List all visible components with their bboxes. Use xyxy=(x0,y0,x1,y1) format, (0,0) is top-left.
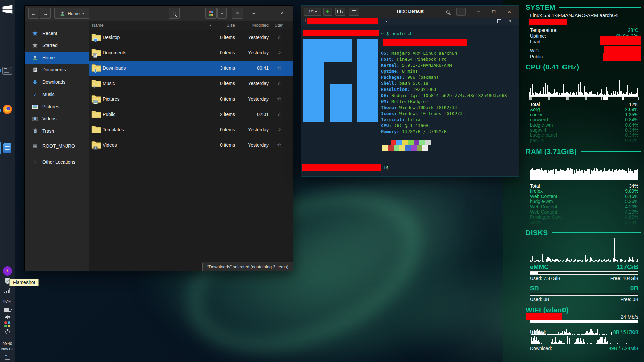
avatar-icon xyxy=(60,11,65,16)
workspace-icon xyxy=(5,355,10,360)
chevron-down-icon: ▾ xyxy=(82,12,84,15)
star-toggle-icon[interactable]: ☆ xyxy=(277,34,281,40)
clock-time[interactable]: 09:40 xyxy=(0,341,15,346)
neofetch-value: Windows10Dark [GTK2/3] xyxy=(397,105,457,110)
minimize-button[interactable]: − xyxy=(477,9,480,14)
palette-swatch xyxy=(388,145,394,151)
dock-files-button[interactable] xyxy=(0,143,15,154)
maximize-button[interactable]: □ xyxy=(492,9,495,14)
firefox-icon xyxy=(3,105,12,114)
file-row-public[interactable]: Public2 items02:01☆ xyxy=(89,107,293,122)
file-name: Public xyxy=(103,112,115,117)
file-row-music[interactable]: ♪Music0 itemsYesterday☆ xyxy=(89,76,293,92)
graph-bar xyxy=(542,254,543,261)
tray-apps-button[interactable] xyxy=(0,321,15,328)
power-icon xyxy=(5,328,10,334)
terminal-content[interactable]: ~]$ neofetch OS: Manjaro ARM Linux aarch… xyxy=(301,25,519,176)
neofetch-value: tilix xyxy=(405,117,420,122)
column-size[interactable]: Size xyxy=(227,23,235,28)
graph-bar xyxy=(607,341,608,344)
sidebar-item-label: Videos xyxy=(42,116,57,121)
sidebar-item-pictures[interactable]: Pictures xyxy=(25,101,89,113)
process-name: budgie-wm xyxy=(530,199,553,204)
file-modified: Yesterday xyxy=(248,142,269,148)
tray-volume-button[interactable] xyxy=(0,314,15,320)
terminal-search-button[interactable] xyxy=(443,8,453,16)
downloads-emblem-icon xyxy=(93,69,98,73)
redacted-prompt xyxy=(302,164,381,171)
disk-io-graph xyxy=(530,236,638,262)
tray-network-button[interactable] xyxy=(0,287,15,294)
process-name: Web Content xyxy=(530,209,557,215)
column-modified[interactable]: Modified xyxy=(252,23,269,28)
tab-number: 1 xyxy=(304,19,306,23)
drive-usage-fill xyxy=(530,272,538,274)
column-name[interactable]: Name xyxy=(92,23,104,28)
cpu-section-title: CPU (0.41 GHz) xyxy=(526,63,641,71)
close-button[interactable]: × xyxy=(280,11,283,16)
file-row-downloads[interactable]: Downloads3 items00:41☆ xyxy=(89,61,293,76)
forward-button[interactable]: → xyxy=(40,8,51,19)
search-button[interactable] xyxy=(169,8,180,19)
maximize-button[interactable]: □ xyxy=(265,11,268,16)
sidebar-item-recent[interactable]: Recent xyxy=(25,27,89,39)
process-value: 0.84% xyxy=(625,117,638,122)
location-chip[interactable]: Home ▾ xyxy=(54,8,89,19)
tray-flameshot-button[interactable] xyxy=(0,266,15,276)
close-button[interactable]: × xyxy=(508,9,511,14)
view-grid-button[interactable] xyxy=(205,8,217,19)
file-row-documents[interactable]: Documents0 itemsYesterday☆ xyxy=(89,45,293,61)
view-options-button[interactable]: ▾ xyxy=(217,8,227,19)
star-toggle-icon[interactable]: ☆ xyxy=(277,111,281,117)
sidebar-item-trash[interactable]: Trash xyxy=(25,125,89,137)
column-star[interactable]: Star xyxy=(275,23,283,28)
redacted-ssid xyxy=(526,313,562,320)
file-row-templates[interactable]: Templates0 itemsYesterday☆ xyxy=(89,122,293,138)
sidebar-item-documents[interactable]: Documents xyxy=(25,64,89,76)
cpu-history-graph xyxy=(529,75,638,97)
pane-maximize-icon[interactable] xyxy=(497,19,501,24)
star-toggle-icon[interactable]: ☆ xyxy=(277,142,281,148)
process-value: 0.34% xyxy=(625,132,638,138)
star-toggle-icon[interactable]: ☆ xyxy=(277,127,281,133)
clock-date[interactable]: Nov 02 xyxy=(0,347,15,351)
graph-bar xyxy=(597,329,598,335)
sidebar-item-downloads[interactable]: Downloads xyxy=(25,76,89,88)
sidebar-item-home[interactable]: Home xyxy=(25,52,89,64)
neofetch-label: Host: xyxy=(381,57,394,62)
workspace-switcher[interactable] xyxy=(0,354,15,360)
file-row-desktop[interactable]: Desktop0 itemsYesterday☆ xyxy=(89,30,293,45)
file-row-pictures[interactable]: Pictures0 itemsYesterday☆ xyxy=(89,92,293,107)
power-button[interactable] xyxy=(0,328,15,335)
terminal-menu-button[interactable]: ≡ xyxy=(456,8,466,16)
pane-close-icon[interactable]: × xyxy=(508,18,511,23)
fm-toolbar: ← → Home ▾ ▾ ≡ − □ × xyxy=(25,6,293,21)
neofetch-label: CPU: xyxy=(381,123,391,128)
sidebar-item-starred[interactable]: Starred xyxy=(25,39,89,51)
star-toggle-icon[interactable]: ☆ xyxy=(277,80,281,86)
manjaro-logo xyxy=(357,39,378,122)
sidebar-item-music[interactable]: ♪Music xyxy=(25,88,89,100)
dock-firefox-button[interactable] xyxy=(0,104,15,115)
process-value: 12% xyxy=(629,102,638,107)
sidebar-item-videos[interactable]: Videos xyxy=(25,113,89,125)
star-toggle-icon[interactable]: ☆ xyxy=(277,50,281,56)
menu-hamburger-button[interactable]: ≡ xyxy=(232,8,243,19)
ram-section-title: RAM (3.71GiB) xyxy=(526,147,641,156)
process-name: budgie-wm xyxy=(530,122,553,128)
minimize-button[interactable]: − xyxy=(252,11,255,16)
star-toggle-icon[interactable]: ☆ xyxy=(277,96,281,102)
back-button[interactable]: ← xyxy=(28,8,39,19)
sidebar-item-other-locations[interactable]: +Other Locations xyxy=(25,156,89,168)
fm-status-bar: “Downloads” selected (containing 3 items… xyxy=(202,262,293,271)
documents-icon xyxy=(32,66,38,73)
sidebar-item-root-mnjro[interactable]: ROOT_MNJRO xyxy=(25,140,89,152)
process-name: Privileged Cont xyxy=(530,214,562,220)
sort-caret-icon[interactable]: ▾ xyxy=(209,23,211,27)
process-row: upowerd0.84% xyxy=(523,117,641,122)
tray-battery-button[interactable] xyxy=(0,307,15,312)
dock-tilix-button[interactable] xyxy=(0,66,15,76)
star-toggle-icon[interactable]: ☆ xyxy=(277,65,281,71)
file-row-videos[interactable]: Videos0 itemsYesterday☆ xyxy=(89,138,293,153)
menu-button[interactable] xyxy=(0,3,15,16)
